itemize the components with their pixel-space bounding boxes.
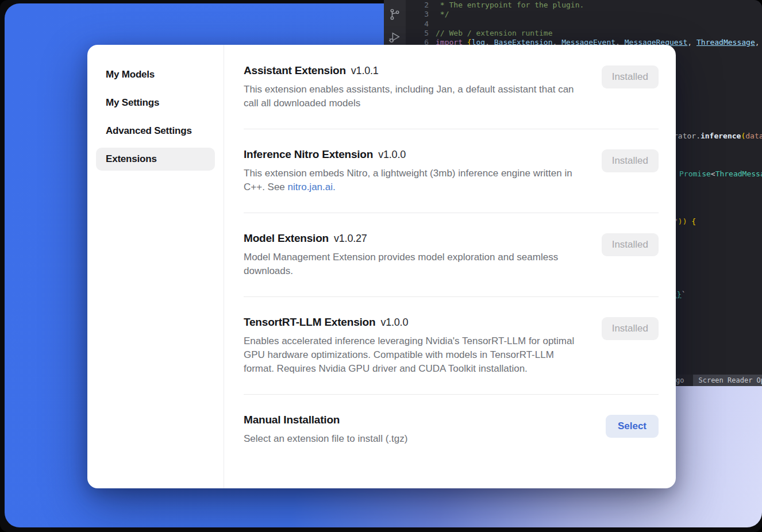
status-bar-left-text: go bbox=[676, 376, 684, 384]
extension-row-model: Model Extensionv1.0.27 Model Management … bbox=[244, 232, 659, 297]
installed-badge: Installed bbox=[602, 317, 659, 340]
nitro-jan-ai-link[interactable]: nitro.jan.ai. bbox=[288, 182, 336, 192]
settings-sidebar: My Models My Settings Advanced Settings … bbox=[87, 45, 224, 488]
run-debug-icon[interactable] bbox=[388, 31, 401, 44]
manual-installation-description: Select an extension file to install (.tg… bbox=[244, 432, 407, 446]
line-number: 4 bbox=[414, 20, 429, 29]
extension-row-tensorrt-llm: TensortRT-LLM Extensionv1.0.0 Enables ac… bbox=[244, 316, 659, 395]
line-number: 2 bbox=[414, 1, 429, 10]
code-fragment-brace: ")) { bbox=[674, 217, 696, 226]
manual-installation-title: Manual Installation bbox=[244, 414, 340, 426]
extension-version: v1.0.1 bbox=[351, 65, 379, 76]
extension-description: Model Management Extension provides mode… bbox=[244, 250, 580, 278]
settings-modal: My Models My Settings Advanced Settings … bbox=[87, 45, 676, 488]
sidebar-item-my-models[interactable]: My Models bbox=[96, 63, 215, 86]
extension-name: TensortRT-LLM Extension bbox=[244, 316, 375, 328]
sidebar-item-my-settings[interactable]: My Settings bbox=[96, 91, 215, 114]
line-number: 3 bbox=[414, 10, 429, 19]
extension-name: Model Extension bbox=[244, 232, 329, 244]
installed-badge: Installed bbox=[602, 233, 659, 256]
extension-description: Enables accelerated inference leveraging… bbox=[244, 334, 580, 376]
extension-description: This extension enables assistants, inclu… bbox=[244, 83, 580, 110]
extension-description: This extension embeds Nitro, a lightweig… bbox=[244, 167, 580, 194]
source-control-icon[interactable] bbox=[388, 8, 401, 21]
extension-version: v1.0.0 bbox=[378, 149, 406, 160]
extension-name: Inference Nitro Extension bbox=[244, 148, 373, 160]
extension-version: v1.0.0 bbox=[380, 317, 408, 328]
code-line-5: // Web / extension runtime bbox=[436, 29, 553, 38]
extension-row-assistant: Assistant Extensionv1.0.1 This extension… bbox=[244, 64, 659, 129]
extensions-list: Assistant Extensionv1.0.1 This extension… bbox=[224, 45, 676, 488]
code-line-2: * The entrypoint for the plugin. bbox=[436, 1, 584, 10]
screen: 2 3 4 5 6 * The entrypoint for the plugi… bbox=[0, 0, 762, 532]
extension-version: v1.0.27 bbox=[334, 233, 367, 244]
code-fragment-promise: Promise<ThreadMessage> bbox=[679, 169, 762, 179]
screen-reader-optimized-badge[interactable]: Screen Reader Optimized bbox=[693, 375, 762, 386]
extension-name: Assistant Extension bbox=[244, 64, 346, 76]
extension-row-inference-nitro: Inference Nitro Extensionv1.0.0 This ext… bbox=[244, 148, 659, 213]
installed-badge: Installed bbox=[602, 149, 659, 172]
installed-badge: Installed bbox=[602, 65, 659, 88]
code-line-3: */ bbox=[436, 10, 449, 19]
sidebar-item-advanced-settings[interactable]: Advanced Settings bbox=[96, 119, 215, 142]
manual-installation-row: Manual Installation Select an extension … bbox=[244, 414, 659, 464]
select-extension-file-button[interactable]: Select bbox=[606, 415, 659, 438]
sidebar-item-extensions[interactable]: Extensions bbox=[96, 148, 215, 171]
code-fragment-inference: rator.inference(data)); bbox=[674, 132, 762, 141]
line-number: 5 bbox=[414, 29, 429, 38]
